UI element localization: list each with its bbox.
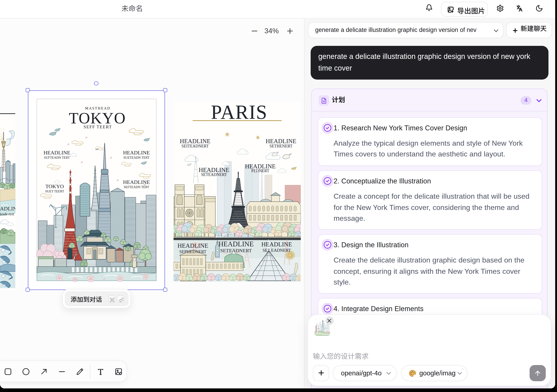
svg-text:SET EADNERT: SET EADNERT [262, 248, 291, 253]
svg-text:SETEADNERT: SETEADNERT [201, 172, 227, 177]
svg-text:SETHENERT: SETHENERT [270, 144, 292, 148]
svg-text:HEADLINE: HEADLINE [219, 240, 254, 248]
svg-text:ADLINE: ADLINE [0, 205, 15, 211]
svg-text:PEDNERT: PEDNERT [251, 169, 269, 173]
svg-text:HEADLINE: HEADLINE [266, 138, 296, 145]
svg-text:teade rext: teade rext [0, 212, 14, 216]
svg-text:HEADLINE: HEADLINE [178, 242, 208, 249]
svg-text:HEADLINE: HEADLINE [180, 138, 210, 145]
svg-text:SEPHEDNERT: SEPHEDNERT [179, 249, 207, 254]
svg-text:HEADLINE: HEADLINE [262, 241, 292, 248]
svg-text:PARIS: PARIS [211, 102, 267, 123]
svg-text:SEITEADNERT: SEITEADNERT [182, 144, 209, 148]
svg-text:SETEADNERT: SETEADNERT [220, 248, 252, 253]
